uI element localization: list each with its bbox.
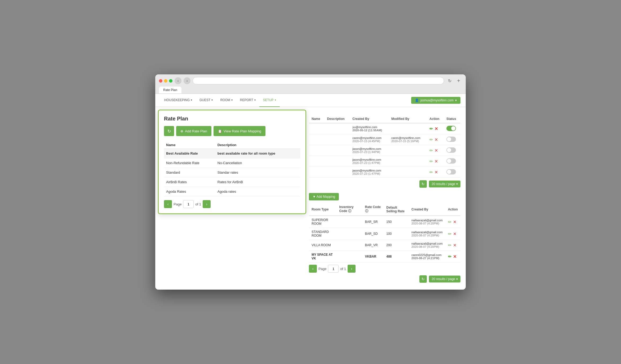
popup-prev-button[interactable]: ‹: [164, 200, 172, 208]
results-per-page-button[interactable]: 20 results / page ▾: [429, 181, 460, 187]
cell-inventory-code: [336, 228, 362, 240]
cell-modified-by: [389, 145, 427, 156]
edit-icon[interactable]: ✏: [448, 219, 451, 224]
popup-table-row[interactable]: Best Available Rate best available rate …: [164, 149, 300, 158]
add-mapping-label: ▼ Add Mapping: [313, 195, 335, 199]
popup-table-row[interactable]: Agoda Rates Agoda rates: [164, 187, 300, 196]
delete-icon[interactable]: ✕: [434, 170, 438, 175]
close-button[interactable]: [159, 79, 162, 83]
edit-icon[interactable]: ✏: [429, 170, 433, 175]
cell-created-by: jason@mysoftinn.com 2020-07-23 (1:44PM): [350, 145, 389, 156]
refresh-icon: ↻: [167, 129, 171, 134]
cell-created-by: jason@mysoftinn.com 2020-07-23 (1:47PM): [350, 156, 389, 167]
delete-icon[interactable]: ✕: [453, 219, 456, 224]
status-toggle[interactable]: [446, 137, 456, 142]
main-table-section: Name Description Created By Modified By …: [309, 115, 460, 188]
delete-icon[interactable]: ✕: [434, 126, 438, 131]
cell-room-type: VILLA ROOM: [309, 240, 336, 251]
col-inventory-code: Inventory Code ⓘ: [336, 203, 362, 216]
nav-item-housekeeping[interactable]: HOUSEKEEPING ▾: [161, 94, 196, 107]
cell-action: ✏ ✕: [445, 251, 460, 263]
cell-created-by: naifaarazali@gmail.com 2020-08-07 (4:20P…: [409, 240, 445, 251]
delete-icon[interactable]: ✕: [434, 137, 438, 142]
popup-table-row[interactable]: Non-Refundable Rate No-Cancellation: [164, 158, 300, 168]
delete-icon[interactable]: ✕: [453, 231, 456, 236]
status-toggle[interactable]: [446, 169, 456, 174]
edit-icon[interactable]: ✏: [448, 231, 451, 236]
table-row: caren@mysoftinn.com 2020-07-15 (4:45PM) …: [309, 134, 460, 145]
cell-name: [309, 167, 325, 178]
edit-icon[interactable]: ✏: [448, 243, 451, 248]
user-icon: 👤: [415, 98, 419, 102]
edit-icon[interactable]: ✏: [429, 159, 433, 164]
delete-icon[interactable]: ✕: [453, 243, 456, 248]
view-rate-plan-mapping-button[interactable]: 📋 View Rate Plan Mapping: [214, 126, 265, 136]
rate-name: Agoda Rates: [164, 187, 215, 196]
status-toggle[interactable]: [446, 147, 456, 153]
col-description: Description: [325, 115, 350, 123]
add-rate-plan-button[interactable]: ⊕ Add Rate Plan: [176, 126, 211, 136]
chevron-down-icon: ▾: [456, 182, 458, 186]
col-created-by: Created By: [409, 203, 445, 216]
minimize-button[interactable]: [164, 79, 167, 83]
rate-name: AirBnB Rates: [164, 177, 215, 187]
mapping-refresh-button[interactable]: ↻: [419, 275, 427, 283]
popup-page-input[interactable]: [183, 200, 194, 208]
popup-refresh-button[interactable]: ↻: [164, 126, 174, 136]
mapping-bottom-controls: ↻ 20 results / page ▾: [309, 275, 460, 283]
new-tab-button[interactable]: +: [455, 77, 462, 84]
cell-created-by: naifaarazali@gmail.com 2020-08-07 (4:20P…: [409, 216, 445, 228]
mapping-table-row: VILLA ROOM BAR_VR 200 naifaarazali@gmail…: [309, 240, 460, 251]
popup-table-row[interactable]: AirBnB Rates Rates for AirBnB: [164, 177, 300, 187]
cell-rate-code: BAR_VR: [362, 240, 384, 251]
nav-item-guest[interactable]: GUEST ▾: [196, 94, 216, 107]
mapping-next-button[interactable]: ›: [348, 265, 356, 273]
mapping-table-row: MY SPACE AT VK VKBAR 488 caren0225@gmail…: [309, 251, 460, 263]
edit-icon[interactable]: ✏: [429, 126, 433, 131]
maximize-button[interactable]: [169, 79, 172, 83]
edit-icon[interactable]: ✏: [429, 148, 433, 153]
cell-default-selling-rate: 200: [384, 240, 409, 251]
edit-icon[interactable]: ✏: [429, 137, 433, 142]
mapping-prev-button[interactable]: ‹: [309, 265, 317, 273]
col-room-type: Room Type: [309, 203, 336, 216]
nav-item-room[interactable]: ROOM ▾: [216, 94, 236, 107]
status-toggle[interactable]: [446, 158, 456, 164]
status-toggle[interactable]: [446, 126, 456, 131]
rate-plan-table: Name Description Created By Modified By …: [309, 115, 460, 178]
cell-modified-by: [389, 167, 427, 178]
col-name: Name: [309, 115, 325, 123]
nav-item-report[interactable]: REPORT ▾: [236, 94, 259, 107]
delete-icon[interactable]: ✕: [434, 148, 438, 153]
cell-rate-code: VKBAR: [362, 251, 384, 263]
delete-icon[interactable]: ✕: [434, 159, 438, 164]
mapping-page-input[interactable]: [328, 265, 339, 273]
nav-item-setup[interactable]: SETUP ▾: [259, 94, 280, 107]
table-row: yu@mysoftinn.com 2020-05-12 (11:55AM) ✏ …: [309, 123, 460, 134]
reload-button[interactable]: ↻: [446, 77, 453, 84]
traffic-lights: [159, 79, 172, 83]
popup-rate-table: Name Description Best Available Rate bes…: [164, 141, 300, 196]
popup-table-row[interactable]: Standard Standar rates: [164, 168, 300, 177]
refresh-results-button[interactable]: ↻: [419, 180, 427, 188]
cell-action: ✏ ✕: [427, 134, 444, 145]
user-menu[interactable]: 👤 joshua@mysoftinn.com ▾: [411, 97, 460, 104]
browser-tab[interactable]: Rate Plan: [159, 87, 181, 93]
delete-icon[interactable]: ✕: [453, 254, 456, 259]
forward-button[interactable]: ›: [184, 77, 190, 84]
add-mapping-button[interactable]: ▼ Add Mapping: [309, 193, 339, 200]
address-bar[interactable]: [193, 77, 444, 84]
popup-col-name: Name: [164, 141, 215, 149]
popup-pagination: ‹ Page of 1 ›: [164, 200, 300, 208]
col-rate-code: Rate Code ⓘ: [362, 203, 384, 216]
popup-next-button[interactable]: ›: [203, 200, 211, 208]
cell-room-type: SUPERIOR ROOM: [309, 216, 336, 228]
cell-action: ✏ ✕: [445, 216, 460, 228]
edit-icon[interactable]: ✏: [448, 254, 451, 259]
add-rate-label: Add Rate Plan: [185, 129, 207, 133]
mapping-results-per-page-button[interactable]: 20 results / page ▾: [429, 276, 460, 282]
rate-plan-popup: Rate Plan ↻ ⊕ Add Rate Plan 📋 View Rate …: [158, 110, 306, 214]
plus-icon: ⊕: [180, 129, 183, 133]
back-button[interactable]: ‹: [175, 77, 181, 84]
cell-created-by: caren@mysoftinn.com 2020-07-15 (4:45PM): [350, 134, 389, 145]
